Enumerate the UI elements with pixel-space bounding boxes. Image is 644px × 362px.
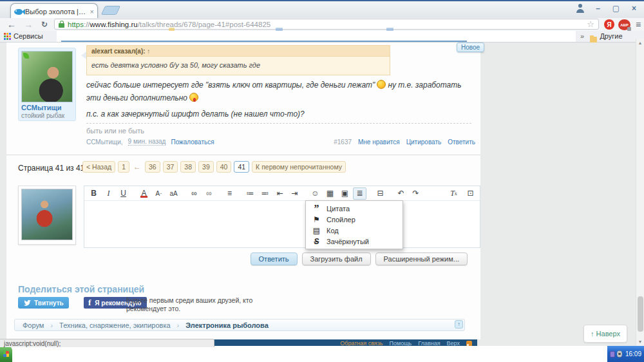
browser-tab[interactable]: Выбор эхолота | Страница × — [10, 3, 98, 19]
money-smiley-icon — [189, 93, 198, 102]
outdent-icon[interactable]: ⇤ — [273, 187, 287, 200]
unlink-icon[interactable]: ∞ — [202, 187, 216, 200]
taskbar-clock: 16:09 — [625, 350, 641, 357]
pagination-back-button[interactable]: < Назад — [82, 161, 115, 173]
report-link[interactable]: Пожаловаться — [171, 138, 214, 146]
more-options-icon[interactable]: ≣ — [353, 187, 366, 200]
bold-icon[interactable]: B — [87, 187, 100, 200]
tab-close-icon[interactable]: × — [90, 8, 94, 15]
window-controls: – ▢ × — [573, 3, 641, 14]
undo-icon[interactable]: ↶ — [394, 187, 408, 200]
insert-media-icon[interactable]: ▣ — [338, 187, 352, 200]
remove-format-icon[interactable]: Tx — [447, 187, 460, 200]
page-scrollbar[interactable]: ▲ ▼ — [636, 39, 644, 346]
insert-link-icon[interactable]: ∞ — [187, 187, 201, 200]
quote-header[interactable]: alexart сказал(а): ↑ — [86, 45, 390, 57]
upload-file-button[interactable]: Загрузить файл — [302, 252, 371, 265]
remove-format-t: T — [450, 189, 455, 198]
reply-button[interactable]: Ответить — [251, 252, 298, 265]
advanced-mode-button[interactable]: Расширенный режим... — [375, 252, 468, 265]
text-color-icon[interactable]: A — [137, 187, 151, 200]
reply-author-avatar[interactable] — [21, 189, 73, 240]
tray-gear-icon[interactable] — [617, 350, 622, 357]
back-to-top-button[interactable]: ↑ Наверх — [583, 325, 627, 343]
insert-image-icon[interactable]: ▦ — [323, 187, 337, 200]
strikethrough-icon: S — [312, 237, 321, 246]
first-unread-button[interactable]: К первому непрочитанному — [252, 161, 346, 173]
menu-item-code[interactable]: ▤ Код — [306, 225, 402, 236]
meta-author[interactable]: ССМытищи, — [86, 138, 123, 146]
restore-button[interactable]: ▢ — [609, 3, 623, 14]
breadcrumb-forum[interactable]: Форум — [23, 321, 44, 329]
font-size-icon[interactable]: A· — [152, 187, 166, 200]
minimize-button[interactable]: – — [591, 3, 605, 14]
meta-timestamp[interactable]: 9 мин. назад — [128, 138, 166, 146]
post-text-part1: сейчас больше интересует где "взять ключ… — [86, 81, 375, 90]
post-author-name[interactable]: ССМытищи — [21, 104, 62, 111]
back-icon[interactable]: ← — [4, 18, 19, 31]
alignment-icon[interactable]: ≡ — [223, 187, 236, 200]
page-counter-label: Страница 41 из 41 — [18, 164, 84, 173]
url-separator: :// — [84, 21, 90, 28]
like-link[interactable]: Мне нравится — [358, 138, 400, 146]
drafts-save-icon[interactable]: ⊟ — [374, 187, 387, 200]
signature-separator — [86, 123, 471, 124]
bbcode-toggle-icon[interactable]: ⊡ — [464, 187, 477, 200]
breadcrumb-up-icon[interactable]: ↑ — [455, 320, 463, 329]
menu-item-strikethrough[interactable]: S Зачёркнутый — [306, 236, 402, 247]
font-family-icon[interactable]: aA — [167, 187, 180, 200]
post-author-avatar[interactable] — [21, 51, 73, 102]
pagination-current-page[interactable]: 41 — [234, 161, 249, 173]
menu-item-spoiler[interactable]: ⚑ Спойлер — [306, 214, 402, 225]
italic-icon[interactable]: I — [102, 187, 115, 200]
breadcrumb-section[interactable]: Техника, снаряжение, экипировка — [59, 321, 170, 329]
scroll-down-icon[interactable]: ▼ — [636, 339, 644, 344]
pagination-page-36[interactable]: 36 — [145, 161, 160, 173]
url-path: /talks/threads/678/page-41#post-644825 — [138, 21, 271, 28]
adblock-extension-button[interactable]: ABP — [618, 19, 630, 30]
editor-text-area[interactable] — [84, 201, 479, 247]
post-signature: быть или не быть — [86, 127, 144, 135]
yandex-extension-button[interactable]: Я — [604, 19, 614, 30]
pagination-page-37[interactable]: 37 — [163, 161, 178, 173]
tweet-button[interactable]: Твитнуть — [18, 297, 69, 309]
bullet-list-icon[interactable]: ≔ — [243, 187, 257, 200]
numbered-list-icon[interactable]: ≕ — [258, 187, 272, 200]
profile-button[interactable] — [573, 3, 587, 14]
services-button[interactable]: Сервисы — [4, 32, 43, 40]
new-tab-button[interactable] — [101, 6, 121, 15]
quote-link[interactable]: Цитировать — [406, 138, 442, 146]
start-button[interactable] — [0, 346, 12, 362]
reload-icon[interactable]: ↻ — [37, 18, 52, 31]
post-ps-line: п.с. а как зачеркнутый шрифт делать (не … — [86, 110, 305, 119]
pagination-page-39[interactable]: 39 — [198, 161, 214, 173]
close-button[interactable]: × — [627, 3, 641, 14]
smilies-icon[interactable]: ☺ — [308, 187, 322, 200]
bookmark-star-icon[interactable]: ☆ — [587, 19, 594, 29]
scrollbar-thumb[interactable] — [638, 296, 643, 332]
reply-link[interactable]: Ответить — [448, 138, 475, 146]
scroll-up-icon[interactable]: ▲ — [636, 41, 644, 45]
underline-icon[interactable]: U — [117, 187, 130, 200]
tray-app-icon[interactable] — [610, 351, 615, 357]
facebook-hint-text: Будьте первым среди ваших друзей, кто ре… — [126, 296, 284, 313]
flag-icon: ⚑ — [312, 215, 321, 224]
adblock-icon: ABP — [618, 19, 630, 30]
tab-title: Выбор эхолота | Страница — [25, 8, 88, 15]
post-number[interactable]: #1637 — [334, 138, 352, 146]
breadcrumb-current[interactable]: Электроника рыболова — [185, 321, 269, 329]
post-actions: #1637 Мне нравится Цитировать Ответить — [334, 138, 475, 146]
menu-hamburger-icon[interactable]: ≡ — [632, 18, 644, 31]
pagination-page-1[interactable]: 1 — [118, 161, 129, 173]
redo-icon[interactable]: ↷ — [409, 187, 422, 200]
system-tray: 16:09 — [607, 346, 644, 362]
indent-icon[interactable]: ⇥ — [288, 187, 301, 200]
bookmarks-overflow-chevron[interactable]: » — [580, 32, 584, 40]
menu-item-quote[interactable]: ” Цитата — [306, 203, 402, 214]
yandex-icon: Я — [604, 19, 614, 30]
forward-icon[interactable]: → — [21, 18, 36, 31]
new-posts-badge[interactable]: Новое — [457, 43, 484, 52]
pagination-page-38[interactable]: 38 — [180, 161, 196, 173]
address-bar[interactable]: https://www.fishing.ru/talks/threads/678… — [54, 19, 599, 30]
pagination-page-40[interactable]: 40 — [216, 161, 232, 173]
